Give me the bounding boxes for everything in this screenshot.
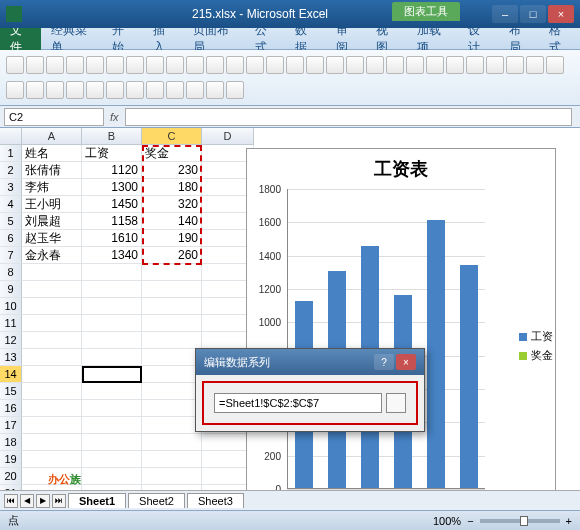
tool-icon[interactable] [506,56,524,74]
cell[interactable]: 140 [142,213,202,230]
worksheet[interactable]: ABCD1姓名工资奖金2张倩倩11202303李炜13001804王小明1450… [0,128,580,490]
cell[interactable] [142,349,202,366]
cell[interactable]: 190 [142,230,202,247]
tool-icon[interactable] [406,56,424,74]
cell[interactable]: 赵玉华 [22,230,82,247]
cell[interactable] [22,366,82,383]
tool-icon[interactable] [206,81,224,99]
cell[interactable] [22,383,82,400]
cell[interactable] [22,264,82,281]
zoom-level[interactable]: 100% [433,515,461,527]
cell[interactable]: 320 [142,196,202,213]
dialog-help-button[interactable]: ? [374,354,394,370]
column-header[interactable] [0,128,22,145]
row-header[interactable]: 13 [0,349,22,366]
cell[interactable]: 1340 [82,247,142,264]
row-header[interactable]: 10 [0,298,22,315]
tool-icon[interactable] [346,56,364,74]
tool-icon[interactable] [166,81,184,99]
tool-icon[interactable] [126,81,144,99]
cell[interactable]: 1450 [82,196,142,213]
cell[interactable]: 1158 [82,213,142,230]
bar[interactable] [460,265,478,488]
cell[interactable] [82,417,142,434]
cell[interactable]: 刘晨超 [22,213,82,230]
cell[interactable] [82,434,142,451]
cell[interactable]: 1300 [82,179,142,196]
cell[interactable]: 金永春 [22,247,82,264]
sheet-nav-last-icon[interactable]: ⏭ [52,494,66,508]
cell[interactable]: 1610 [82,230,142,247]
tool-icon[interactable] [86,81,104,99]
tool-icon[interactable] [126,56,144,74]
zoom-slider[interactable] [480,519,560,523]
tool-icon[interactable] [6,81,24,99]
tool-icon[interactable] [226,56,244,74]
cell[interactable] [82,383,142,400]
fx-icon[interactable]: fx [110,111,119,123]
name-box[interactable]: C2 [4,108,104,126]
cell[interactable]: 180 [142,179,202,196]
tool-icon[interactable] [106,81,124,99]
row-header[interactable]: 3 [0,179,22,196]
tool-icon[interactable] [106,56,124,74]
cell[interactable]: 姓名 [22,145,82,162]
row-header[interactable]: 9 [0,281,22,298]
tool-icon[interactable] [146,56,164,74]
cell[interactable] [142,451,202,468]
tool-icon[interactable] [386,56,404,74]
sheet-tab-2[interactable]: Sheet2 [128,493,185,508]
tool-icon[interactable] [6,56,24,74]
formula-bar[interactable] [125,108,572,126]
column-header[interactable]: C [142,128,202,145]
row-header[interactable]: 15 [0,383,22,400]
cell[interactable] [142,400,202,417]
tool-icon[interactable] [246,56,264,74]
tool-icon[interactable] [226,81,244,99]
cell[interactable] [82,400,142,417]
range-selector-icon[interactable] [386,393,406,413]
row-header[interactable]: 21 [0,485,22,490]
tool-icon[interactable] [66,56,84,74]
cell[interactable]: 1120 [82,162,142,179]
cell[interactable] [22,400,82,417]
sheet-nav-first-icon[interactable]: ⏮ [4,494,18,508]
tool-icon[interactable] [466,56,484,74]
cell[interactable]: 张倩倩 [22,162,82,179]
cell[interactable] [142,417,202,434]
tool-icon[interactable] [166,56,184,74]
row-header[interactable]: 18 [0,434,22,451]
cell[interactable] [22,298,82,315]
tool-icon[interactable] [286,56,304,74]
tool-icon[interactable] [266,56,284,74]
row-header[interactable]: 14 [0,366,22,383]
cell[interactable] [142,366,202,383]
cell[interactable] [82,349,142,366]
cell[interactable]: 奖金 [142,145,202,162]
row-header[interactable]: 1 [0,145,22,162]
sheet-nav-prev-icon[interactable]: ◀ [20,494,34,508]
cell[interactable] [142,264,202,281]
tool-icon[interactable] [206,56,224,74]
cell[interactable] [142,383,202,400]
cell[interactable] [142,468,202,485]
cell[interactable] [82,332,142,349]
tool-icon[interactable] [526,56,544,74]
cell[interactable] [142,485,202,490]
row-header[interactable]: 6 [0,230,22,247]
tool-icon[interactable] [186,81,204,99]
tool-icon[interactable] [66,81,84,99]
tool-icon[interactable] [26,81,44,99]
tool-icon[interactable] [146,81,164,99]
cell[interactable] [142,298,202,315]
sheet-nav-next-icon[interactable]: ▶ [36,494,50,508]
row-header[interactable]: 2 [0,162,22,179]
row-header[interactable]: 11 [0,315,22,332]
column-header[interactable]: B [82,128,142,145]
tool-icon[interactable] [486,56,504,74]
cell[interactable] [82,315,142,332]
tool-icon[interactable] [426,56,444,74]
tool-icon[interactable] [26,56,44,74]
row-header[interactable]: 19 [0,451,22,468]
cell[interactable] [22,332,82,349]
